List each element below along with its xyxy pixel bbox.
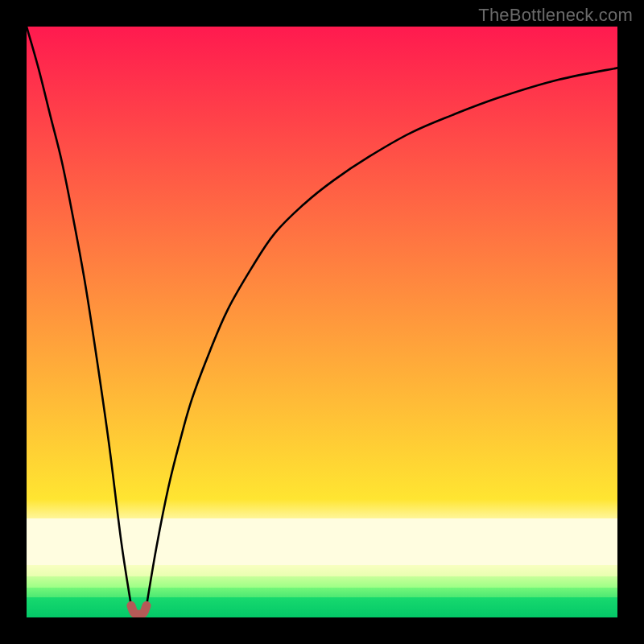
curve-layer (27, 27, 617, 617)
plot-area (27, 27, 617, 617)
chart-frame: TheBottleneck.com (0, 0, 644, 644)
watermark-text: TheBottleneck.com (478, 5, 633, 26)
curve-left-branch (27, 27, 131, 605)
curve-right-branch (147, 68, 617, 605)
bottom-marker (131, 605, 147, 614)
